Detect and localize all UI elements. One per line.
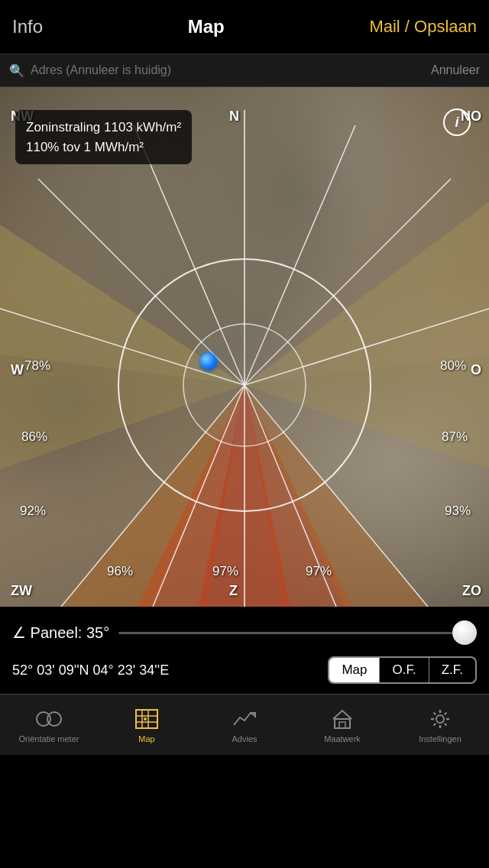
- slider-thumb[interactable]: [452, 620, 477, 645]
- tab-orientatie-label: Oriëntatie meter: [19, 734, 79, 743]
- nav-map-title: Map: [188, 16, 225, 37]
- tab-instellingen-label: Instellingen: [419, 734, 461, 743]
- pct-o-right: 80%: [440, 358, 466, 374]
- instellingen-icon: [425, 707, 455, 731]
- svg-line-44: [445, 712, 447, 714]
- map-container[interactable]: NW N NO W O ZW Z ZO 78% 80% 86% 87% 92% …: [0, 87, 489, 607]
- svg-line-43: [445, 723, 447, 725]
- top-nav: Info Map Mail / Opslaan: [0, 0, 489, 53]
- pct-low-left: 92%: [20, 504, 46, 519]
- solar-info-line2: 110% tov 1 MWh/m²: [26, 138, 181, 157]
- svg-line-42: [434, 712, 436, 714]
- solar-info-line1: Zoninstraling 1103 kWh/m²: [26, 118, 181, 138]
- compass-w: W: [11, 362, 24, 378]
- pct-bottom-center-right: 97%: [306, 564, 332, 579]
- svg-line-45: [434, 723, 436, 725]
- search-input[interactable]: [31, 63, 425, 77]
- compass-overlay: [0, 87, 489, 607]
- svg-rect-35: [335, 719, 350, 728]
- tab-orientatie[interactable]: Oriëntatie meter: [0, 707, 98, 743]
- nav-mail-button[interactable]: Mail / Opslaan: [369, 17, 477, 37]
- compass-zo: ZO: [462, 583, 481, 599]
- pct-w-left: 78%: [24, 358, 50, 374]
- orientatie-icon: [34, 707, 64, 731]
- bottom-controls: ∠ Paneel: 35° 52° 03' 09''N 04° 23' 34''…: [0, 607, 489, 694]
- compass-n: N: [229, 108, 239, 125]
- svg-point-37: [436, 715, 444, 723]
- cancel-button[interactable]: Annuleer: [431, 63, 480, 77]
- view-toggle-group: Map O.F. Z.F.: [328, 656, 477, 684]
- tab-advies-label: Advies: [232, 734, 257, 743]
- search-icon: 🔍: [9, 63, 24, 78]
- view-zf-button[interactable]: Z.F.: [429, 658, 475, 682]
- nav-info-button[interactable]: Info: [12, 16, 43, 37]
- coords-row: 52° 03' 09''N 04° 23' 34''E Map O.F. Z.F…: [12, 651, 477, 689]
- pct-bottom-left: 96%: [107, 564, 133, 579]
- panel-angle-row: ∠ Paneel: 35°: [12, 614, 477, 651]
- pct-low-right: 93%: [445, 504, 471, 519]
- panel-angle-slider[interactable]: [118, 632, 477, 634]
- tab-instellingen[interactable]: Instellingen: [391, 707, 489, 743]
- svg-point-25: [47, 712, 61, 726]
- svg-point-23: [183, 324, 306, 446]
- compass-o: O: [471, 362, 481, 378]
- map-icon: [131, 707, 162, 731]
- pct-lower-right: 87%: [442, 429, 468, 445]
- tab-map[interactable]: Map: [98, 707, 196, 743]
- panel-angle-label: ∠ Paneel: 35°: [12, 623, 109, 642]
- view-of-button[interactable]: O.F.: [379, 658, 428, 682]
- search-bar: 🔍 Annuleer: [0, 53, 489, 87]
- tab-maatwerk[interactable]: Maatwerk: [293, 707, 391, 743]
- info-circle-button[interactable]: i: [443, 108, 471, 136]
- view-map-button[interactable]: Map: [329, 658, 379, 682]
- tab-advies[interactable]: Advies: [196, 707, 293, 743]
- maatwerk-icon: [327, 707, 358, 731]
- pct-lower-left: 86%: [21, 429, 47, 445]
- advies-icon: [229, 707, 260, 731]
- location-dot: [200, 353, 217, 370]
- compass-z: Z: [229, 583, 238, 599]
- svg-rect-36: [339, 722, 345, 728]
- tab-map-label: Map: [138, 734, 154, 743]
- coordinates-display: 52° 03' 09''N 04° 23' 34''E: [12, 662, 328, 679]
- compass-zw: ZW: [11, 583, 32, 599]
- pct-bottom-center-left: 97%: [212, 564, 238, 579]
- tab-maatwerk-label: Maatwerk: [324, 734, 361, 743]
- tab-bar: Oriëntatie meter Map: [0, 694, 489, 755]
- solar-info-box: Zoninstraling 1103 kWh/m² 110% tov 1 MWh…: [15, 110, 192, 164]
